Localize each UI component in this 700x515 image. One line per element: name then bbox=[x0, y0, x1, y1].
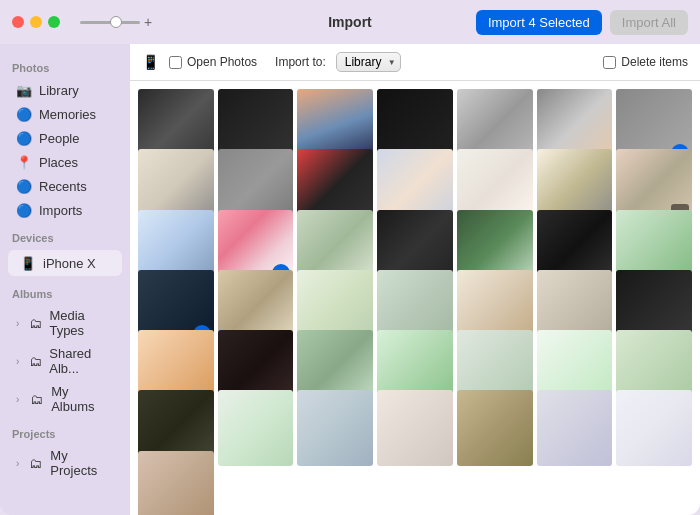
sidebar-item-people[interactable]: 🔵 People bbox=[4, 126, 126, 150]
sidebar-item-imports[interactable]: 🔵 Imports bbox=[4, 198, 126, 222]
sidebar: Photos 📷 Library 🔵 Memories 🔵 People 📍 P… bbox=[0, 44, 130, 515]
sidebar-item-label: My Projects bbox=[50, 448, 114, 478]
sidebar-item-label: Shared Alb... bbox=[49, 346, 114, 376]
open-photos-label: Open Photos bbox=[187, 55, 257, 69]
slider-track bbox=[80, 21, 140, 24]
sidebar-item-library[interactable]: 📷 Library bbox=[4, 78, 126, 102]
iphone-icon: 📱 bbox=[20, 255, 36, 271]
sidebar-item-places[interactable]: 📍 Places bbox=[4, 150, 126, 174]
zoom-slider[interactable]: + bbox=[80, 14, 152, 30]
photo-cell[interactable] bbox=[138, 451, 214, 515]
import-selected-button[interactable]: Import 4 Selected bbox=[476, 10, 602, 35]
import-to-label: Import to: bbox=[275, 55, 326, 69]
my-projects-icon: 🗂 bbox=[28, 455, 43, 471]
sidebar-item-iphone[interactable]: 📱 iPhone X bbox=[8, 250, 122, 276]
delete-items-label: Delete items bbox=[621, 55, 688, 69]
photo-grid: ✓ ▶ ✓ ✓ bbox=[130, 81, 700, 515]
sidebar-item-media-types[interactable]: › 🗂 Media Types bbox=[4, 304, 126, 342]
import-to-select-wrapper[interactable]: Library bbox=[336, 52, 401, 72]
sidebar-item-recents[interactable]: 🔵 Recents bbox=[4, 174, 126, 198]
shared-albums-icon: 🗂 bbox=[28, 353, 42, 369]
arrow-icon: › bbox=[16, 318, 19, 329]
photo-cell[interactable] bbox=[218, 390, 294, 466]
sidebar-item-label: My Albums bbox=[51, 384, 114, 414]
sidebar-item-label: Recents bbox=[39, 179, 87, 194]
media-types-icon: 🗂 bbox=[28, 315, 42, 331]
photo-cell[interactable] bbox=[457, 390, 533, 466]
titlebar: + Import Import 4 Selected Import All bbox=[0, 0, 700, 44]
arrow-icon: › bbox=[16, 356, 19, 367]
close-button[interactable] bbox=[12, 16, 24, 28]
zoom-plus-icon[interactable]: + bbox=[144, 14, 152, 30]
sidebar-item-my-albums[interactable]: › 🗂 My Albums bbox=[4, 380, 126, 418]
minimize-button[interactable] bbox=[30, 16, 42, 28]
photo-cell[interactable] bbox=[537, 390, 613, 466]
device-name: iPhone X bbox=[43, 256, 96, 271]
sidebar-item-label: Memories bbox=[39, 107, 96, 122]
arrow-icon: › bbox=[16, 458, 19, 469]
sidebar-item-memories[interactable]: 🔵 Memories bbox=[4, 102, 126, 126]
delete-items-checkbox[interactable] bbox=[603, 56, 616, 69]
projects-section-label: Projects bbox=[0, 418, 130, 444]
devices-section-label: Devices bbox=[0, 222, 130, 248]
arrow-icon: › bbox=[16, 394, 19, 405]
photos-section-label: Photos bbox=[0, 52, 130, 78]
sidebar-item-my-projects[interactable]: › 🗂 My Projects bbox=[4, 444, 126, 482]
open-photos-checkbox[interactable] bbox=[169, 56, 182, 69]
imports-icon: 🔵 bbox=[16, 202, 32, 218]
recents-icon: 🔵 bbox=[16, 178, 32, 194]
main-content: Photos 📷 Library 🔵 Memories 🔵 People 📍 P… bbox=[0, 44, 700, 515]
delete-items-checkbox-group: Delete items bbox=[603, 55, 688, 69]
open-photos-checkbox-group: Open Photos bbox=[169, 55, 257, 69]
photo-cell[interactable] bbox=[377, 390, 453, 466]
sidebar-item-label: People bbox=[39, 131, 79, 146]
sidebar-item-label: Places bbox=[39, 155, 78, 170]
memories-icon: 🔵 bbox=[16, 106, 32, 122]
window-title: Import bbox=[328, 14, 372, 30]
photo-cell[interactable] bbox=[616, 390, 692, 466]
library-icon: 📷 bbox=[16, 82, 32, 98]
traffic-lights bbox=[12, 16, 60, 28]
places-icon: 📍 bbox=[16, 154, 32, 170]
import-all-button[interactable]: Import All bbox=[610, 10, 688, 35]
photo-cell[interactable] bbox=[297, 390, 373, 466]
slider-thumb[interactable] bbox=[110, 16, 122, 28]
albums-section-label: Albums bbox=[0, 278, 130, 304]
sidebar-item-label: Imports bbox=[39, 203, 82, 218]
import-toolbar: 📱 Open Photos Import to: Library Delete … bbox=[130, 44, 700, 81]
import-panel: 📱 Open Photos Import to: Library Delete … bbox=[130, 44, 700, 515]
phone-small-icon: 📱 bbox=[142, 54, 159, 70]
sidebar-item-label: Library bbox=[39, 83, 79, 98]
sidebar-item-label: Media Types bbox=[49, 308, 114, 338]
import-to-select[interactable]: Library bbox=[336, 52, 401, 72]
my-albums-icon: 🗂 bbox=[28, 391, 44, 407]
people-icon: 🔵 bbox=[16, 130, 32, 146]
titlebar-actions: Import 4 Selected Import All bbox=[476, 10, 688, 35]
sidebar-item-shared-albums[interactable]: › 🗂 Shared Alb... bbox=[4, 342, 126, 380]
maximize-button[interactable] bbox=[48, 16, 60, 28]
